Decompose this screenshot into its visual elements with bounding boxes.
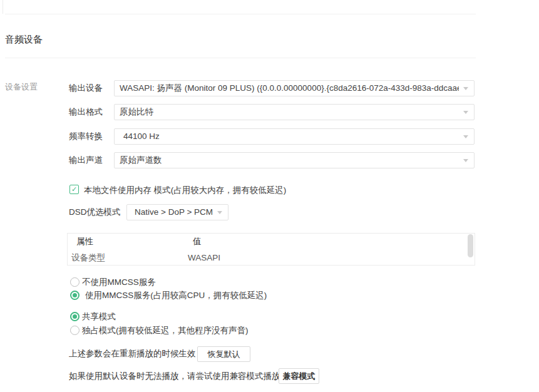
output-format-select[interactable]: 原始比特 <box>114 104 475 120</box>
radio-exclusive-mode-label: 独占模式(拥有较低延迟，其他程序没有声音) <box>82 326 249 336</box>
page-title: 音频设备 <box>5 34 43 46</box>
radio-use-mmcss-label: 使用MMCSS服务(占用较高CPU，拥有较低延迟) <box>85 291 267 301</box>
table-header-row: 属性 值 <box>68 234 475 250</box>
radio-shared-mode[interactable] <box>70 312 80 321</box>
memory-mode-label: 本地文件使用内存 模式(占用较大内存，拥有较低延迟) <box>84 185 286 195</box>
output-channels-value: 原始声道数 <box>120 153 459 168</box>
output-channels-label: 输出声道 <box>69 152 103 168</box>
audio-settings-page: 音频设备 设备设置 输出设备 WASAPI: 扬声器 (Monitor 09 P… <box>0 0 539 392</box>
chevron-down-icon <box>463 135 468 138</box>
output-device-select[interactable]: WASAPI: 扬声器 (Monitor 09 PLUS) ({0.0.0.00… <box>114 80 475 96</box>
output-format-label: 输出格式 <box>69 104 103 120</box>
device-properties-table: 属性 值 设备类型 WASAPI <box>67 233 475 266</box>
dsd-priority-value: Native > DoP > PCM <box>135 205 213 220</box>
sample-rate-label: 频率转换 <box>69 128 103 145</box>
chevron-down-icon <box>463 87 468 90</box>
radio-shared-mode-label: 共享模式 <box>82 312 116 322</box>
restore-note: 上述参数会在重新播放的时候生效 <box>69 348 196 359</box>
table-header-property: 属性 <box>68 234 187 250</box>
table-header-value: 值 <box>187 234 475 250</box>
restore-default-button[interactable]: 恢复默认 <box>197 346 250 362</box>
output-device-label: 输出设备 <box>69 80 103 96</box>
chevron-down-icon <box>217 211 222 214</box>
radio-no-mmcss[interactable] <box>70 277 80 287</box>
table-row: 设备类型 WASAPI <box>68 250 475 266</box>
dsd-priority-label: DSD优选模式 <box>69 204 121 220</box>
output-format-value: 原始比特 <box>120 105 459 120</box>
radio-dot <box>73 314 77 319</box>
output-device-value: WASAPI: 扬声器 (Monitor 09 PLUS) ({0.0.0.00… <box>120 81 459 96</box>
top-divider <box>5 14 476 14</box>
heading-divider <box>5 58 476 58</box>
chevron-down-icon <box>463 159 468 162</box>
radio-exclusive-mode[interactable] <box>70 326 80 335</box>
check-icon: ✓ <box>71 186 77 193</box>
memory-mode-checkbox[interactable]: ✓ <box>69 185 79 194</box>
chevron-down-icon <box>463 111 468 114</box>
sample-rate-value: 44100 Hz <box>123 129 459 144</box>
sample-rate-select[interactable]: 44100 Hz <box>114 128 475 145</box>
table-cell-property: 设备类型 <box>68 250 187 266</box>
section-label-device-settings: 设备设置 <box>5 82 38 92</box>
compat-mode-button[interactable]: 兼容模式 <box>279 368 319 384</box>
radio-dot <box>73 293 77 297</box>
table-scrollbar-thumb[interactable] <box>468 234 473 257</box>
compat-note: 如果使用默认设备时无法播放，请尝试使用兼容模式播放 <box>69 371 280 382</box>
radio-no-mmcss-label: 不使用MMCSS服务 <box>82 277 156 287</box>
radio-use-mmcss[interactable] <box>70 291 80 300</box>
left-edge-divider <box>3 0 3 14</box>
output-channels-select[interactable]: 原始声道数 <box>114 152 475 168</box>
table-cell-value: WASAPI <box>187 250 475 266</box>
dsd-priority-select[interactable]: Native > DoP > PCM <box>126 204 228 220</box>
